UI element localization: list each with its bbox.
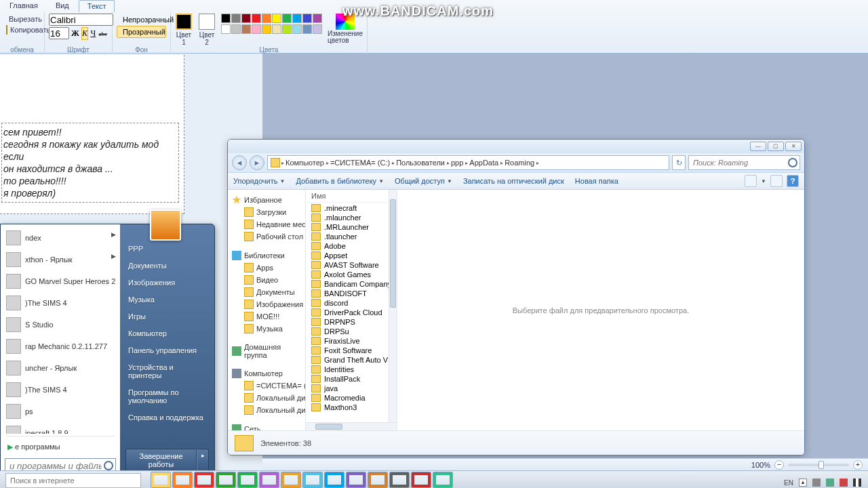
start-right-link[interactable]: Изображения [125,277,209,288]
color-swatch[interactable] [282,14,292,23]
breadcrumb-segment[interactable]: =СИСТЕМА= (C:)▸ [330,159,395,167]
tray-flag-icon[interactable]: ▲ [799,479,807,487]
refresh-button[interactable]: ↻ [672,155,686,170]
sidebar-item[interactable]: Изображения [228,298,305,310]
file-row[interactable]: .minecraft [306,203,389,213]
taskbar-app-button[interactable] [389,472,410,488]
color-swatch[interactable] [241,24,251,34]
shutdown-button[interactable]: Завершение работы [125,449,197,472]
maximize-button[interactable]: ▢ [768,142,784,151]
start-right-link[interactable]: Компьютер [125,328,209,339]
file-row[interactable]: .tlauncher [306,232,389,241]
bold-button[interactable]: Ж [71,27,80,40]
tab-text[interactable]: Текст [79,0,115,12]
file-row[interactable]: DriverPack Cloud [306,308,389,317]
sidebar-item[interactable]: Рабочий стол [228,230,305,243]
color-swatch[interactable] [252,14,261,23]
sidebar-item[interactable]: Документы [228,286,305,298]
sidebar-item[interactable]: Музыка [228,323,305,335]
file-row[interactable]: Foxit Software [306,346,389,355]
color-swatch[interactable] [221,14,231,23]
strike-button[interactable]: abc [98,27,108,40]
zoom-slider[interactable] [788,464,849,466]
start-program-item[interactable]: )The SIMS 4 [1,379,120,401]
file-row[interactable]: .mlauncher [306,213,389,222]
new-folder-button[interactable]: Новая папка [575,177,618,185]
preview-pane-button[interactable] [770,175,783,187]
color-swatch[interactable] [221,24,231,34]
sidebar-item[interactable]: Загрузки [228,206,305,218]
zoom-out-button[interactable]: − [774,460,784,470]
explorer-search-input[interactable] [689,156,800,169]
file-row[interactable]: java [306,384,389,393]
color2-button[interactable]: Цвет 2 [198,14,216,46]
start-right-link[interactable]: PPP [125,243,209,254]
font-name-input[interactable] [49,14,113,26]
color-swatch[interactable] [302,14,312,23]
file-row[interactable]: InstallPack [306,374,389,384]
start-program-item[interactable]: ndex▶ [1,227,120,249]
start-right-link[interactable]: Устройства и принтеры [125,362,209,381]
italic-button[interactable]: К [81,27,88,40]
zoom-thumb[interactable] [818,461,824,469]
taskbar-app-button[interactable] [216,472,236,488]
horizontal-scrollbar[interactable] [306,422,397,430]
explorer-titlebar[interactable]: — ▢ ✕ [228,140,804,153]
breadcrumb-segment[interactable]: ppp▸ [451,159,468,167]
breadcrumb-segment[interactable]: Roaming▸ [505,159,539,167]
sidebar-item[interactable]: Недавние места [228,218,305,230]
file-row[interactable]: Adobe [306,241,389,251]
color-swatch[interactable] [282,24,292,34]
scroll-thumb[interactable] [315,424,342,430]
taskbar-search-input[interactable] [5,473,141,488]
tab-view[interactable]: Вид [47,0,77,12]
color-swatch[interactable] [231,14,241,23]
file-row[interactable]: Identities [306,365,389,374]
color-swatch[interactable] [241,14,251,23]
zoom-in-button[interactable]: + [853,460,863,470]
tray-icon[interactable] [826,479,834,487]
breadcrumb-segment[interactable]: Компьютер▸ [285,159,329,167]
paint-canvas[interactable]: сем привет!!сегодня я покажу как удалить… [0,55,184,214]
color-swatch[interactable] [302,24,312,34]
start-program-item[interactable]: rap Mechanic 0.2.11.277 [1,336,120,357]
tab-home[interactable]: Главная [1,0,46,12]
color1-button[interactable]: Цвет 1 [175,14,193,46]
color-swatch[interactable] [272,14,281,23]
color-swatch[interactable] [272,24,281,34]
share-button[interactable]: Общий доступ▼ [395,177,452,185]
file-row[interactable]: DRPSu [306,327,389,336]
taskbar-app-button[interactable] [368,472,388,488]
taskbar-app-button[interactable] [433,472,453,488]
color-swatch[interactable] [262,24,271,34]
start-program-item[interactable]: )The SIMS 4 [1,292,120,314]
file-row[interactable]: Appset [306,251,389,260]
file-row[interactable]: Maxthon3 [306,403,389,412]
text-editing-box[interactable]: сем привет!!сегодня я покажу как удалить… [1,123,179,203]
address-bar[interactable]: ▸ Компьютер▸=СИСТЕМА= (C:)▸Пользователи▸… [267,155,669,170]
file-row[interactable]: discord [306,298,389,308]
copy-button[interactable]: Копировать [4,24,40,35]
file-row[interactable]: .MRLauncher [306,222,389,232]
color-swatch[interactable] [262,14,271,23]
color-swatch[interactable] [313,14,322,23]
color-swatch[interactable] [313,24,322,34]
scroll-thumb[interactable] [390,199,396,308]
taskbar-app-button[interactable] [259,472,279,488]
organize-button[interactable]: Упорядочить▼ [233,177,285,185]
sidebar-item[interactable]: =СИСТЕМА= (C:) [228,380,305,392]
transparent-button[interactable]: Прозрачный [117,26,166,38]
file-row[interactable]: FiraxisLive [306,336,389,346]
user-avatar[interactable] [150,209,181,241]
opaque-button[interactable]: Непрозрачный [117,14,166,26]
sidebar-group-header[interactable]: Компьютер [228,367,305,380]
file-row[interactable]: DRPNPS [306,317,389,327]
taskbar-app-button[interactable] [237,472,258,488]
start-program-item[interactable]: xthon - Ярлык▶ [1,249,120,270]
back-button[interactable]: ◄ [232,155,247,170]
start-right-link[interactable]: Музыка [125,294,209,305]
file-row[interactable]: BANDISOFT [306,289,389,298]
start-right-link[interactable]: Панель управления [125,345,209,356]
tray-icon[interactable] [840,479,848,487]
tray-icon[interactable] [812,479,821,487]
